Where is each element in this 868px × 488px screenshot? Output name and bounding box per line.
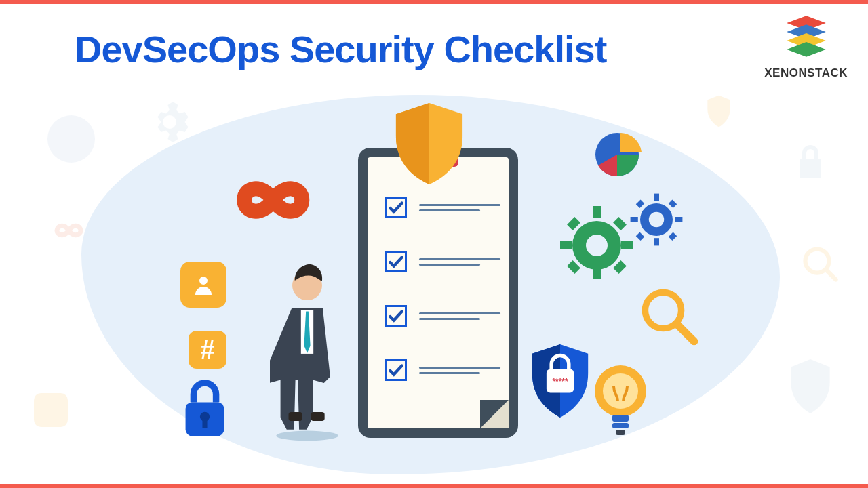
svg-rect-30 [636,232,644,241]
svg-point-38 [603,373,638,409]
magnifier-icon [637,285,702,349]
page-title: DevSecOps Security Checklist [75,27,606,71]
lightbulb-icon [590,361,651,442]
deco-gear-icon [149,102,190,142]
deco-shield-icon-2 [705,95,732,127]
clipboard [358,148,518,438]
svg-text:*****: ***** [552,377,568,386]
hash-tile-icon: # [189,331,226,369]
businessman-illustration [270,244,344,447]
checkbox-icon [385,359,407,381]
brand-logo: XENONSTACK [764,11,848,80]
svg-rect-27 [675,217,682,222]
security-shield-icon: ***** [529,344,591,418]
logo-stack-icon [782,11,831,60]
gears-icon [556,182,685,297]
svg-point-12 [199,277,208,285]
svg-rect-19 [621,241,633,249]
svg-rect-21 [613,217,627,230]
top-accent-bar [0,0,868,4]
deco-circle [47,115,95,163]
infinity-icon [218,169,334,230]
svg-rect-15 [202,418,207,428]
checklist-item-1 [385,197,500,218]
svg-rect-39 [612,415,629,422]
svg-line-1 [826,270,836,280]
user-tile-icon [180,262,226,308]
checkbox-icon [385,251,407,272]
brand-name: XENONSTACK [764,66,848,80]
deco-shield-icon [787,359,834,413]
deco-magnifier-icon [800,244,841,285]
svg-rect-24 [567,217,580,230]
pie-chart-icon [590,127,644,182]
padlock-icon [180,378,229,439]
svg-rect-23 [613,260,627,274]
svg-marker-6 [787,42,826,57]
svg-rect-29 [669,200,677,208]
svg-rect-17 [593,206,601,218]
svg-rect-20 [560,241,572,249]
deco-lock-icon [793,142,827,183]
svg-rect-10 [289,412,302,421]
clipboard-paper [368,157,509,428]
svg-line-34 [677,325,694,342]
svg-rect-25 [654,194,659,201]
checkbox-icon [385,305,407,327]
svg-rect-28 [631,217,638,222]
paper-fold [480,400,509,428]
svg-rect-32 [636,200,644,208]
svg-rect-22 [567,260,580,274]
shield-icon [392,103,467,184]
checklist-item-3 [385,305,500,327]
svg-rect-31 [669,232,677,241]
svg-point-7 [276,431,338,441]
deco-user-tile-icon [34,393,68,427]
bottom-accent-bar [0,484,868,488]
svg-rect-41 [616,430,625,435]
svg-rect-2 [34,393,68,427]
checklist-item-2 [385,251,500,272]
svg-rect-18 [593,267,601,279]
svg-rect-40 [612,423,629,428]
svg-rect-26 [654,238,659,245]
checkbox-icon [385,197,407,218]
checklist-item-4 [385,359,500,381]
svg-rect-11 [311,412,325,421]
